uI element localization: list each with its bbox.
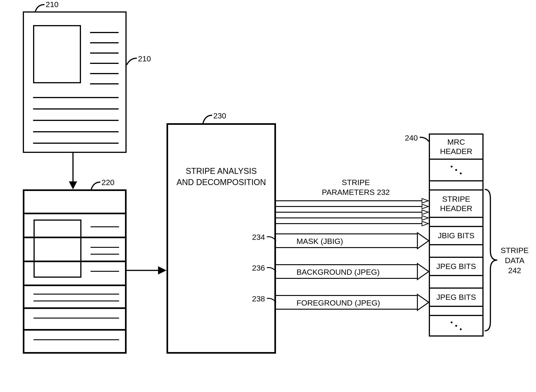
svg-point-24 [455, 169, 457, 171]
jpeg-bits-label-1: JPEG BITS [436, 262, 476, 271]
svg-marker-13 [422, 221, 428, 226]
gap-cell [429, 275, 484, 288]
mrc-header-label: MRC HEADER [440, 137, 472, 156]
svg-point-26 [451, 322, 453, 323]
jbig-bits-label: JBIG BITS [438, 231, 475, 240]
mask-label: MASK (JBIG) [296, 237, 343, 246]
stripe-parameters-arrows [276, 199, 436, 233]
stripe-header-label: STRIPE HEADER [440, 194, 472, 213]
svg-point-27 [455, 325, 457, 327]
svg-marker-11 [422, 216, 428, 220]
jpeg-bits-label-2: JPEG BITS [436, 293, 476, 302]
jpeg-bits-cell-1: JPEG BITS [429, 257, 484, 275]
mrc-header-cell: MRC HEADER [429, 134, 484, 159]
svg-marker-9 [422, 210, 428, 215]
svg-marker-22 [417, 294, 429, 310]
stripe-divider [24, 329, 125, 331]
svg-marker-5 [422, 199, 428, 203]
stripe-header-cell: STRIPE HEADER [429, 189, 484, 217]
svg-point-28 [460, 328, 462, 330]
foreground-label: FOREGROUND (JPEG) [296, 299, 380, 307]
ellipsis-cell [429, 315, 484, 336]
svg-point-25 [460, 173, 462, 174]
output-stack: MRC HEADER STRIPE HEADER JBIG BITS JPEG … [429, 134, 484, 336]
ref-240: 240 [405, 134, 418, 142]
stripe-text-line [33, 339, 119, 340]
stripe-data-brace [485, 189, 501, 331]
stripe-parameters-label: STRIPE PARAMETERS 232 [315, 177, 397, 197]
svg-point-23 [451, 166, 453, 168]
gap-cell [429, 217, 484, 226]
jbig-bits-cell: JBIG BITS [429, 226, 484, 244]
gap-cell [429, 244, 484, 257]
jpeg-bits-cell-2: JPEG BITS [429, 288, 484, 306]
svg-marker-19 [417, 264, 429, 280]
gap-cell [429, 306, 484, 315]
ellipsis-cell [429, 159, 484, 180]
svg-marker-7 [422, 204, 428, 209]
gap-cell [429, 180, 484, 189]
ref-238: 238 [252, 294, 265, 303]
background-label: BACKGROUND (JPEG) [296, 268, 380, 276]
svg-marker-16 [417, 233, 429, 249]
stripe-data-label: STRIPE DATA 242 [501, 245, 529, 276]
